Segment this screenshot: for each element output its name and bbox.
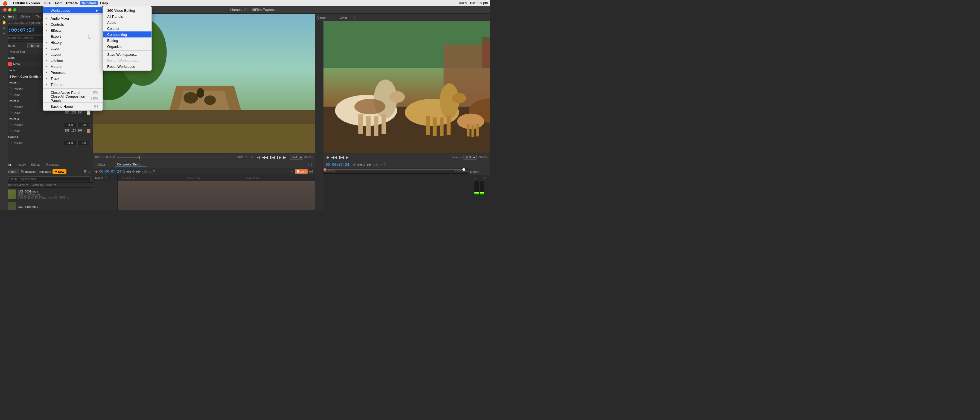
templates-button[interactable]: 🎬 Installed Templates — [21, 170, 51, 173]
effects-tab[interactable]: Effects — [29, 162, 43, 167]
vt-btn6[interactable]: ▷ — [376, 163, 379, 167]
menu-history[interactable]: ✓ History — [43, 40, 103, 45]
media-item-2[interactable]: IMG_5105.mov — [1, 201, 92, 210]
point2-eyedropper-icon[interactable]: ✎ — [83, 111, 86, 115]
menu-close-all[interactable]: Close All Composition Panels ⇧⌘W — [43, 95, 103, 102]
viewer-options-btn[interactable]: Options — [452, 156, 462, 159]
media-search-input[interactable] — [2, 177, 91, 181]
tl-prev-btn[interactable]: ◀◀ — [126, 170, 131, 173]
ws-colorist[interactable]: Colorist — [103, 25, 151, 32]
text-tool[interactable]: A — [3, 32, 5, 35]
tl-extra2[interactable]: ▷ — [145, 170, 148, 173]
crop-tool[interactable]: ⊕ — [3, 26, 5, 30]
step-fwd-btn[interactable]: ▮▶ — [277, 155, 282, 159]
point3-eyedropper-icon[interactable]: ✎ — [83, 129, 86, 133]
meters-menu-icon[interactable]: ⋮⋮ — [483, 170, 488, 173]
menu-layout[interactable]: ✓ Layout — [43, 51, 103, 57]
composite-tab-close[interactable]: ✕ — [143, 163, 145, 166]
maximize-button[interactable] — [13, 8, 16, 11]
v-stepb-btn[interactable]: ▮◀ — [339, 155, 344, 159]
list-view-button[interactable]: ☰ — [84, 170, 87, 173]
vt-btn3[interactable]: ⊙ — [363, 163, 366, 167]
new-button[interactable]: ✦ New — [52, 169, 67, 174]
menu-workspaces[interactable]: Workspaces ▶ — [43, 7, 103, 13]
export-button[interactable]: Export — [295, 169, 308, 173]
apple-menu[interactable]: 🍎 — [2, 0, 8, 6]
vt-btn8[interactable]: ▽ — [383, 163, 386, 167]
menu-help[interactable]: Help — [98, 1, 110, 5]
menu-window[interactable]: Window — [80, 1, 98, 5]
composite-shot-tab[interactable]: Composite Shot 1 ✕ — [115, 162, 147, 167]
menu-back-to-home[interactable]: Back to Home ⌘1 — [43, 103, 103, 110]
tl-copy-btn[interactable]: ⧉ — [123, 170, 125, 173]
tl-snap-btn[interactable]: ⊙ — [132, 170, 135, 173]
point3-pos-y[interactable] — [77, 123, 91, 127]
point4-pos-y[interactable] — [77, 141, 91, 145]
point3-pos-x[interactable] — [63, 123, 76, 127]
minimize-button[interactable] — [8, 8, 11, 11]
grid-view-button[interactable]: ⊞ — [88, 170, 91, 173]
hand-tool[interactable]: ✋ — [2, 20, 6, 25]
menu-lifetime[interactable]: ✓ Lifetime — [43, 57, 103, 64]
ws-audio[interactable]: Audio — [103, 19, 151, 25]
history-label: History — [51, 40, 62, 45]
tracks-menu-icon[interactable]: ☰ — [105, 176, 108, 180]
processor-tab[interactable]: Processor — [43, 162, 62, 167]
ws-organize[interactable]: Organize — [103, 43, 151, 49]
prev-frame-btn[interactable]: ⏮ — [256, 155, 260, 159]
ws-save[interactable]: Save Workspace... — [103, 51, 151, 57]
menu-effects[interactable]: ✓ Effects — [43, 27, 103, 33]
vt-btn2[interactable]: ◀◀ — [357, 163, 362, 167]
tab-lifetime[interactable]: Lifetime — [17, 14, 33, 21]
tl-scissors-icon[interactable]: ✄ — [291, 170, 293, 173]
point4-position-icon — [9, 142, 11, 145]
viewer-menu-icon[interactable]: ⋮⋮ — [330, 16, 335, 19]
vt-btn7[interactable]: △ — [380, 163, 382, 167]
vt-btn1[interactable]: ⊙ — [353, 163, 356, 167]
ws-compositing[interactable]: Compositing — [103, 32, 151, 37]
vt-btn5[interactable]: ◁ — [373, 163, 375, 167]
select-tool[interactable]: ↖ — [2, 15, 6, 19]
point3-color-swatch[interactable] — [87, 129, 91, 133]
editor-scrubber-fill — [117, 157, 140, 158]
menu-meters[interactable]: ✓ Meters — [43, 64, 103, 70]
point4-pos-x[interactable] — [63, 141, 76, 145]
media-item[interactable]: IMG_5099.mov 1920 x 1080 pixels 0:00:06:… — [1, 189, 92, 200]
menu-file[interactable]: File — [42, 1, 52, 5]
menu-export[interactable]: Export — [43, 33, 103, 40]
menu-trimmer[interactable]: ✓ Trimmer — [43, 81, 103, 88]
tl-expand-icon[interactable]: ⋮⋮ — [307, 163, 313, 166]
vt-btn4[interactable]: ▶▶ — [367, 163, 372, 167]
step-back-btn[interactable]: ▮◀ — [270, 155, 275, 159]
tl-extra1[interactable]: ◁ — [142, 170, 145, 173]
tl-next-btn[interactable]: ▶▶ — [136, 170, 141, 173]
layer-menu-icon[interactable]: ⋮⋮ — [350, 16, 356, 19]
menu-track[interactable]: ✓ Track — [43, 75, 103, 81]
menu-controls[interactable]: ✓ Controls — [43, 21, 103, 27]
menu-audio-mixer[interactable]: ✓ Audio Mixer — [43, 15, 103, 21]
menu-effects[interactable]: Effects — [64, 1, 80, 5]
shape-tool[interactable]: ◻ — [3, 37, 5, 40]
ws-editing[interactable]: Editing — [103, 37, 151, 43]
tl-extra4[interactable]: ▽ — [153, 170, 155, 173]
v-rw-btn[interactable]: ◀◀ — [331, 155, 337, 159]
tl-more-icon[interactable]: ▶| — [310, 170, 313, 173]
close-button[interactable] — [3, 8, 6, 11]
history-tab[interactable]: History — [14, 162, 29, 167]
ws-all-panels[interactable]: All Panels — [103, 13, 151, 19]
v-play-btn[interactable]: ▶ — [345, 155, 348, 159]
point2-color-swatch[interactable] — [87, 111, 91, 115]
play-btn[interactable]: ▶ — [283, 155, 286, 159]
ws-360[interactable]: 360 Video Editing — [103, 7, 151, 13]
quality-dropdown[interactable]: Full — [290, 155, 303, 160]
menu-layer[interactable]: ✓ Layer — [43, 45, 103, 51]
v-prev-btn[interactable]: ⏮ — [326, 155, 329, 159]
menu-processor[interactable]: ✓ Processor — [43, 70, 103, 75]
viewer-quality-dropdown[interactable]: Full — [463, 155, 477, 160]
editor-tab[interactable]: Editor — [95, 162, 107, 167]
ws-reset[interactable]: Reset Workspace — [103, 64, 151, 70]
tl-extra3[interactable]: △ — [149, 170, 151, 173]
menu-edit[interactable]: Edit — [53, 1, 64, 5]
rewind-btn[interactable]: ◀◀ — [262, 155, 268, 159]
editor-timeline-scrubber[interactable] — [117, 157, 231, 158]
